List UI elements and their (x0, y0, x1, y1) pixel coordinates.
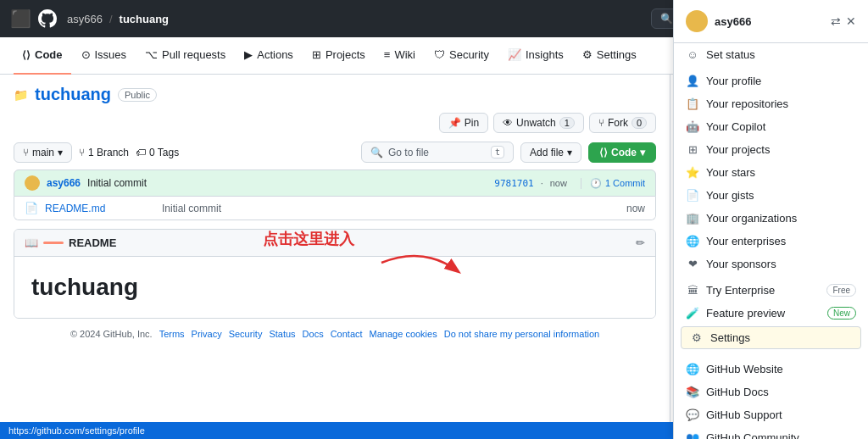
readme-body: tuchuang (14, 257, 655, 318)
github-website-item[interactable]: 🌐 GitHub Website (674, 358, 868, 381)
branch-count-icon: ⑂ (79, 147, 85, 158)
branch-button[interactable]: ⑂ main ▾ (14, 142, 72, 163)
settings-dropdown-item[interactable]: ⚙ Settings (681, 326, 861, 349)
readme-header: 📖 README ✏ (14, 230, 655, 257)
wiki-icon: ≡ (384, 48, 391, 61)
your-orgs-item[interactable]: 🏢 Your organizations (674, 207, 868, 230)
commit-author[interactable]: asy666 (47, 177, 81, 189)
user-dropdown-panel: asy666 ⇄ ✕ ☺ Set status 👤 Your profile 📋… (673, 0, 868, 439)
refresh-icon[interactable]: ⇄ (831, 14, 841, 28)
nav-issues[interactable]: ⊙ Issues (73, 37, 136, 75)
actions-icon: ▶ (244, 48, 253, 61)
your-stars-item[interactable]: ⭐ Your stars (674, 161, 868, 184)
your-sponsors-item[interactable]: ❤ Your sponsors (674, 253, 868, 275)
unwatch-count: 1 (559, 117, 575, 129)
footer-privacy[interactable]: Privacy (192, 329, 222, 339)
eye-icon: 👁 (503, 117, 513, 129)
tag-stat[interactable]: 🏷 0 Tags (136, 147, 179, 158)
dropdown-header: asy666 ⇄ ✕ (674, 0, 868, 43)
readme-book-icon: 📖 (25, 236, 38, 249)
projects-icon: ⊞ (312, 48, 321, 61)
statusbar-link[interactable]: https://github.com/settings/profile (8, 425, 145, 436)
commit-row: asy666 Initial commit 9781701 · now 🕐 1 … (14, 169, 656, 197)
file-icon: 📄 (25, 202, 38, 214)
topbar-user[interactable]: asy666 (67, 13, 103, 25)
dropdown-avatar (686, 10, 708, 32)
file-table: 📄 README.md Initial commit now (14, 197, 656, 220)
search-small-icon: 🔍 (370, 147, 383, 158)
search-icon: 🔍 (660, 13, 673, 25)
flask-icon: 🧪 (686, 307, 699, 320)
fork-button[interactable]: ⑂ Fork 0 (589, 113, 656, 133)
your-gists-item[interactable]: 📄 Your gists (674, 184, 868, 207)
your-copilot-item[interactable]: 🤖 Your Copilot (674, 115, 868, 138)
nav-wiki[interactable]: ≡ Wiki (376, 37, 424, 75)
nav-projects[interactable]: ⊞ Projects (303, 37, 374, 75)
nav-insights[interactable]: 📈 Insights (499, 37, 572, 75)
globe-icon: 🌐 (686, 363, 699, 375)
footer-contact[interactable]: Contact (331, 329, 363, 339)
topbar-repo[interactable]: tuchuang (120, 13, 170, 25)
footer-terms[interactable]: Terms (159, 329, 185, 339)
enterprise-icon: 🌐 (686, 235, 699, 247)
tag-icon: 🏷 (136, 147, 146, 158)
support-icon: 💬 (686, 408, 699, 421)
readme-edit-icon[interactable]: ✏ (636, 236, 645, 249)
code-button[interactable]: ⟨⟩ Code ▾ (588, 142, 656, 163)
branch-row: ⑂ main ▾ ⑂ 1 Branch 🏷 0 Tags 🔍 Go to fil… (14, 142, 656, 163)
close-dropdown-icon[interactable]: ✕ (846, 14, 856, 28)
your-repos-item[interactable]: 📋 Your repositories (674, 92, 868, 115)
repo-name[interactable]: tuchuang (35, 85, 111, 104)
footer-docs[interactable]: Docs (303, 329, 324, 339)
repo-icon: 📁 (14, 88, 28, 102)
footer: © 2024 GitHub, Inc. Terms Privacy Securi… (14, 329, 656, 339)
repo-visibility-badge: Public (118, 88, 157, 102)
try-enterprise-item[interactable]: 🏛 Try Enterprise Free (674, 279, 868, 302)
topbar-separator: / (109, 13, 113, 25)
github-support-item[interactable]: 💬 GitHub Support (674, 403, 868, 426)
nav-settings[interactable]: ⚙ Settings (574, 37, 645, 75)
copilot-icon: 🤖 (686, 120, 699, 133)
gist-icon: 📄 (686, 189, 699, 202)
nav-security[interactable]: 🛡 Security (426, 37, 498, 75)
issues-icon: ⊙ (81, 48, 91, 61)
github-logo-icon: ⬛ (10, 8, 31, 29)
chevron-down-icon: ▾ (58, 147, 63, 158)
nav-actions[interactable]: ▶ Actions (236, 37, 302, 75)
github-community-item[interactable]: 👥 GitHub Community (674, 426, 868, 439)
sponsors-icon: ❤ (686, 258, 699, 270)
table-row[interactable]: 📄 README.md Initial commit now (14, 197, 655, 220)
unwatch-button[interactable]: 👁 Unwatch 1 (493, 113, 584, 133)
footer-security[interactable]: Security (229, 329, 263, 339)
person-icon: 👤 (686, 75, 699, 87)
commit-separator: · (541, 178, 543, 188)
code-icon: ⟨⟩ (22, 49, 31, 61)
commit-count-link[interactable]: 🕐 1 Commit (581, 178, 645, 189)
footer-status[interactable]: Status (269, 329, 295, 339)
file-name[interactable]: README.md (45, 203, 155, 214)
footer-do-not-sell[interactable]: Do not share my personal information (444, 329, 599, 339)
pin-button[interactable]: 📌 Pin (439, 113, 488, 133)
feature-preview-item[interactable]: 🧪 Feature preview New (674, 302, 868, 325)
smiley-icon: ☺ (686, 48, 699, 61)
add-file-button[interactable]: Add file ▾ (520, 142, 581, 163)
nav-code[interactable]: ⟨⟩ Code (14, 37, 71, 75)
github-docs-item[interactable]: 📚 GitHub Docs (674, 381, 868, 403)
your-enterprises-item[interactable]: 🌐 Your enterprises (674, 230, 868, 253)
insights-icon: 📈 (508, 48, 521, 61)
fork-icon: ⑂ (598, 117, 604, 129)
branch-stat[interactable]: ⑂ 1 Branch (79, 147, 129, 158)
your-profile-item[interactable]: 👤 Your profile (674, 69, 868, 92)
star-list-icon: ⭐ (686, 166, 699, 179)
action-row: 📌 Pin 👁 Unwatch 1 ⑂ Fork 0 (14, 113, 656, 133)
enterprise-try-icon: 🏛 (686, 284, 699, 297)
footer-cookies[interactable]: Manage cookies (370, 329, 437, 339)
footer-copy: © 2024 GitHub, Inc. (70, 329, 153, 339)
your-projects-item[interactable]: ⊞ Your projects (674, 138, 868, 161)
projects-list-icon: ⊞ (686, 143, 699, 156)
org-icon: 🏢 (686, 212, 699, 225)
set-status-item[interactable]: ☺ Set status (674, 43, 868, 66)
nav-pull-requests[interactable]: ⌥ Pull requests (136, 37, 234, 75)
go-to-file-button[interactable]: 🔍 Go to file t (361, 142, 514, 163)
commit-hash[interactable]: 9781701 (494, 178, 533, 189)
